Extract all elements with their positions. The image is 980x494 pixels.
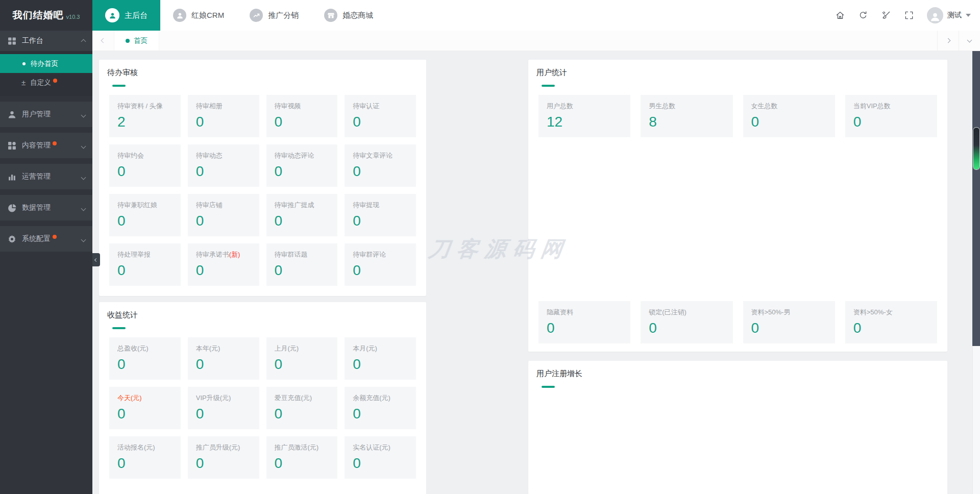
card-header: 用户注册增长	[528, 361, 947, 388]
stat-tile[interactable]: 本月(元)0	[345, 337, 416, 380]
sidebar-item-system-config[interactable]: 系统配置	[0, 226, 92, 252]
tab-matchmaker-crm[interactable]: 红娘CRM	[160, 0, 237, 31]
home-icon[interactable]	[835, 10, 845, 20]
stat-tile[interactable]: 待审认证0	[345, 95, 416, 137]
stat-tile[interactable]: 推广员升级(元)0	[188, 436, 259, 479]
card-title: 收益统计	[107, 310, 418, 320]
module-tabs: 主后台 红娘CRM 推广分销 婚恋商城	[92, 0, 386, 31]
sidebar-item-label: 用户管理	[22, 110, 51, 119]
user-stats-card: 用户统计 用户总数12男生总数8女生总数0当前VIP总数0 隐藏资料0锁定(已注…	[528, 60, 947, 352]
sidebar-item-content-management[interactable]: 内容管理	[0, 133, 92, 158]
stat-tile[interactable]: 女生总数0	[743, 95, 835, 137]
stat-tile[interactable]: 实名认证(元)0	[345, 436, 416, 479]
stat-tile[interactable]: 待审资料 / 头像2	[109, 95, 181, 137]
stat-tile-label: 资料>50%-女	[853, 308, 929, 317]
stat-tile[interactable]: 上月(元)0	[266, 337, 338, 380]
stat-tile[interactable]: 待审视频0	[266, 95, 338, 137]
tab-home[interactable]: 首页	[114, 31, 159, 51]
tab-bar-spacer	[159, 31, 937, 51]
stat-tile[interactable]: VIP升级(元)0	[188, 387, 259, 429]
stat-tile[interactable]: 待审动态0	[188, 144, 259, 187]
crm-person-icon	[173, 9, 186, 22]
admin-person-icon	[105, 8, 119, 22]
stat-tile[interactable]: 待审承诺书(新)0	[188, 243, 259, 286]
stat-tile-value: 0	[547, 319, 622, 337]
stat-tile-value: 0	[275, 212, 330, 230]
revenue-tiles: 总盈收(元)0本年(元)0上月(元)0本月(元)0今天(元)0VIP升级(元)0…	[99, 329, 426, 489]
stat-tile[interactable]: 推广员激活(元)0	[266, 436, 338, 479]
stat-tile-value: 0	[117, 163, 173, 180]
user-menu[interactable]: 测试	[927, 7, 971, 23]
revenue-stats-card: 收益统计 总盈收(元)0本年(元)0上月(元)0本月(元)0今天(元)0VIP升…	[99, 302, 426, 494]
stat-tile[interactable]: 本年(元)0	[188, 337, 259, 380]
stat-tile-value: 0	[196, 212, 251, 230]
stat-tile[interactable]: 爱豆充值(元)0	[266, 387, 338, 429]
stat-tile-label: 待审动态	[196, 151, 251, 160]
stat-tile[interactable]: 待审推广提成0	[266, 194, 338, 236]
sidebar-item-workbench[interactable]: 工作台	[0, 31, 92, 51]
stat-tile[interactable]: 总盈收(元)0	[109, 337, 181, 380]
stat-tile[interactable]: 男生总数8	[641, 95, 732, 137]
sidebar-item-label: 待办首页	[31, 59, 58, 68]
stat-tile-label: 待审兼职红娘	[117, 201, 173, 210]
tabs-menu-button[interactable]	[959, 31, 980, 51]
title-accent-bar	[542, 386, 555, 388]
stat-tile-label: 今天(元)	[117, 393, 173, 403]
stat-tile[interactable]: 资料>50%-男0	[743, 301, 835, 343]
page-tab-bar: 首页	[92, 31, 980, 51]
card-title: 待办审核	[107, 68, 418, 78]
chevron-down-icon	[82, 204, 85, 212]
tab-mall[interactable]: 婚恋商城	[311, 0, 386, 31]
tabs-scroll-right-button[interactable]	[937, 31, 959, 51]
stat-tile-value: 0	[275, 262, 330, 279]
notification-badge	[53, 235, 57, 239]
app-name: 我们结婚吧	[13, 9, 64, 22]
tab-main-admin[interactable]: 主后台	[92, 0, 160, 31]
stat-tile[interactable]: 待审约会0	[109, 144, 181, 187]
stat-tile[interactable]: 待审店铺0	[188, 194, 259, 236]
stat-tile[interactable]: 资料>50%-女0	[845, 301, 937, 343]
stat-tile[interactable]: 用户总数12	[538, 95, 630, 137]
stat-tile-label: 待审相册	[196, 102, 251, 111]
sidebar-item-todo-home[interactable]: 待办首页	[0, 54, 92, 73]
content-blocks-icon	[8, 141, 16, 150]
stat-tile[interactable]: 当前VIP总数0	[845, 95, 937, 137]
stat-tile[interactable]: 待审兼职红娘0	[109, 194, 181, 236]
tabs-scroll-left-button[interactable]	[92, 31, 114, 51]
stat-tile-value: 0	[353, 262, 408, 279]
refresh-icon[interactable]	[858, 10, 868, 20]
stat-tile[interactable]: 隐藏资料0	[538, 301, 630, 343]
stat-tile[interactable]: 待审群评论0	[345, 243, 416, 286]
tab-label: 婚恋商城	[342, 11, 373, 20]
stat-tile-value: 2	[117, 113, 173, 131]
stat-tile[interactable]: 待审文章评论0	[345, 144, 416, 187]
card-title: 用户统计	[536, 68, 939, 78]
sidebar-item-label: 工作台	[22, 36, 43, 45]
stat-tile-value: 0	[275, 455, 330, 472]
sidebar-item-user-management[interactable]: 用户管理	[0, 102, 92, 127]
fullscreen-icon[interactable]	[904, 10, 914, 20]
tab-promotion[interactable]: 推广分销	[237, 0, 311, 31]
sidebar-item-label: 系统配置	[22, 234, 51, 243]
sidebar-item-data-management[interactable]: 数据管理	[0, 195, 92, 220]
scrollbar-thumb[interactable]	[973, 128, 979, 169]
sidebar-item-label: 运营管理	[22, 172, 51, 181]
stat-tile[interactable]: 今天(元)0	[109, 387, 181, 429]
stat-tile[interactable]: 待审群话题0	[266, 243, 338, 286]
sidebar-item-custom[interactable]: ± 自定义	[0, 73, 92, 92]
stat-tile[interactable]: 活动报名(元)0	[109, 436, 181, 479]
stat-tile[interactable]: 余额充值(元)0	[345, 387, 416, 429]
stat-tile-value: 0	[353, 405, 408, 423]
clear-cache-brush-icon[interactable]	[881, 10, 891, 20]
stat-tile[interactable]: 锁定(已注销)0	[641, 301, 732, 343]
sidebar-item-label: 自定义	[30, 78, 51, 87]
stat-tile[interactable]: 待处理举报0	[109, 243, 181, 286]
stat-tile[interactable]: 待审提现0	[345, 194, 416, 236]
stat-tile-label: 待审店铺	[196, 201, 251, 210]
tab-label: 主后台	[125, 11, 148, 20]
stat-tile[interactable]: 待审动态评论0	[266, 144, 338, 187]
sidebar-item-operations-management[interactable]: 运营管理	[0, 164, 92, 189]
stat-tile[interactable]: 待审相册0	[188, 95, 259, 137]
sidebar-collapse-handle[interactable]	[92, 253, 100, 266]
card-header: 用户统计	[528, 60, 947, 87]
